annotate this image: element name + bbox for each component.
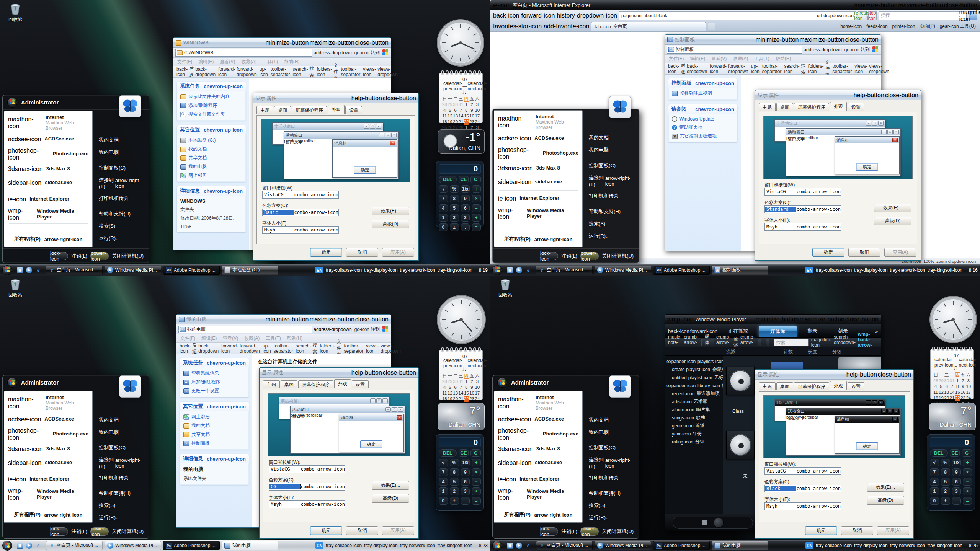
start-button[interactable] bbox=[492, 541, 502, 551]
start-menu-item[interactable]: ie-iconInternet Explorer bbox=[4, 192, 92, 206]
logoff-lock-button[interactable]: lock-icon bbox=[540, 527, 558, 536]
start-menu-item[interactable]: 3dsmax-icon3ds Max 8 bbox=[494, 161, 582, 175]
weather-gadget[interactable]: 7°Dalian, CHN bbox=[438, 403, 485, 430]
start-menu-item[interactable]: 3dsmax-icon3ds Max 8 bbox=[4, 442, 92, 456]
font-size-combo[interactable]: Msyhcombo-arrow-icon bbox=[262, 226, 339, 234]
search-button[interactable]: search-icon搜索 bbox=[293, 65, 314, 78]
color-scheme-combo[interactable]: Basiccombo-arrow-icon bbox=[262, 209, 339, 216]
weather-gadget[interactable]: -1°Dalian, CHN bbox=[438, 129, 485, 154]
menu-item[interactable]: 编辑(E) bbox=[201, 335, 217, 342]
calc-key[interactable]: 2 bbox=[941, 487, 950, 495]
calc-key[interactable]: DEL bbox=[439, 449, 457, 457]
start-menu-right-item[interactable]: 控制面板(C) bbox=[587, 442, 633, 454]
start-menu-right-item[interactable]: 搜索(S) bbox=[97, 499, 143, 512]
section-header[interactable]: 详细信息chevron-up-icon bbox=[180, 454, 249, 463]
start-menu-item[interactable]: photoshop-iconPhotoshop.exe bbox=[4, 426, 92, 442]
adrop[interactable]: address-dropdown bbox=[804, 47, 841, 52]
start-menu-right-item[interactable]: 运行(R)... bbox=[97, 232, 143, 245]
calendar-gadget[interactable]: calendar-prev-icon07 二月calendar-next-ico… bbox=[439, 350, 483, 400]
tab-4[interactable]: 设置 bbox=[848, 382, 864, 390]
start-menu-right-item[interactable]: 搜索(S) bbox=[587, 218, 633, 230]
start-menu-item[interactable]: sidebar-iconsidebar.exe bbox=[494, 175, 582, 189]
calc-key[interactable]: % bbox=[450, 459, 459, 466]
start-menu-right-item[interactable]: 打印机和传真 bbox=[97, 472, 143, 484]
tree-item[interactable]: recent-icon最近添加项 bbox=[666, 390, 721, 397]
menu-item[interactable]: 帮助(H) bbox=[287, 335, 303, 342]
start-menu-right-item[interactable]: 控制面板(C) bbox=[97, 442, 143, 454]
wbtn help[interactable]: help-button bbox=[846, 371, 877, 378]
menu-item[interactable]: 文件(F) bbox=[669, 55, 684, 62]
start-menu-item[interactable]: wmp-iconWindows Media Player bbox=[494, 205, 582, 222]
calc-key[interactable]: . bbox=[952, 497, 961, 505]
taskbar-task[interactable]: e空白页 - Microsoft ... bbox=[536, 541, 593, 550]
start-menu-item[interactable]: maxthon-iconInternetMaxthon Web Browser bbox=[4, 114, 92, 132]
recycle-bin-icon[interactable]: 回收站 bbox=[495, 279, 516, 298]
start-menu-item[interactable]: sidebar-iconsidebar.exe bbox=[4, 456, 92, 470]
up-button[interactable]: up-icon bbox=[263, 343, 271, 354]
font-size-combo[interactable]: Msyhcombo-arrow-icon bbox=[269, 500, 345, 508]
apply-button[interactable]: 应用(A) bbox=[884, 248, 916, 257]
tab-0[interactable]: 主题 bbox=[759, 382, 776, 390]
cancel-button[interactable]: 取消 bbox=[841, 526, 873, 535]
calc-key[interactable]: 6 bbox=[461, 478, 470, 486]
wbtn[interactable]: minimize-button bbox=[266, 39, 309, 46]
recycle-bin-icon[interactable]: 回收站 bbox=[5, 279, 26, 298]
menu-item[interactable]: 工具(T) bbox=[754, 55, 769, 62]
taskbar-task[interactable]: PsAdobe Photoshop ... bbox=[653, 541, 710, 550]
up-button[interactable]: up-icon bbox=[260, 67, 268, 77]
wbtn help[interactable]: help-button bbox=[351, 369, 382, 376]
start-menu-right-item[interactable]: 控制面板(C) bbox=[587, 160, 633, 172]
menu-item[interactable]: 帮助(H) bbox=[284, 59, 300, 65]
quick-launch-item[interactable]: e bbox=[525, 267, 532, 274]
calc-key[interactable]: ÷ bbox=[472, 459, 481, 466]
menu-item[interactable]: 查看(V) bbox=[220, 59, 235, 65]
task-link[interactable]: 本地磁盘 (C:) bbox=[180, 137, 242, 143]
calculator-gadget[interactable]: 0DELCEC√%1/x÷789×456−123+0±.= bbox=[436, 434, 484, 511]
wbtn[interactable]: maximize-button bbox=[799, 36, 844, 43]
effects-button[interactable]: 效果(E)... bbox=[372, 481, 409, 490]
calc-key[interactable]: − bbox=[472, 478, 481, 486]
wbtn dk[interactable]: close-button bbox=[845, 316, 879, 323]
color-scheme-combo[interactable]: Blackcombo-arrow-icon bbox=[764, 485, 841, 492]
start-menu-item[interactable]: wmp-iconWindows Media Player bbox=[4, 486, 92, 502]
view-options-button[interactable] bbox=[766, 339, 769, 346]
tree-item[interactable]: create-playlist-icon创建播放列表 bbox=[666, 366, 721, 373]
calc-key[interactable]: = bbox=[472, 497, 481, 505]
quick-launch-item[interactable]: ▶ bbox=[516, 267, 523, 274]
taskbar-task[interactable]: PsAdobe Photoshop ... bbox=[653, 266, 710, 275]
calc-key[interactable]: DEL bbox=[439, 176, 457, 183]
taskbar-task-active[interactable]: 我的电脑 bbox=[222, 541, 278, 550]
calc-key[interactable]: 9 bbox=[461, 195, 470, 202]
start-menu-right-item[interactable]: 运行(R)... bbox=[97, 512, 143, 524]
start-menu-item[interactable]: maxthon-iconInternetMaxthon Web Browser bbox=[4, 394, 92, 412]
breadcrumb-library[interactable]: 媒体库 bbox=[701, 339, 714, 346]
wbtn[interactable]: close-button bbox=[355, 316, 389, 323]
task-link[interactable]: ?帮助和支持 bbox=[672, 124, 734, 130]
start-menu-item[interactable]: maxthon-iconInternetMaxthon Web Browser bbox=[494, 113, 582, 132]
font-size-combo[interactable]: Msyhcombo-arrow-icon bbox=[764, 223, 841, 231]
wbtn dk[interactable]: maximize-button bbox=[799, 316, 844, 323]
taskbar-task[interactable]: e空白页 - Microsoft ... bbox=[46, 541, 103, 550]
quick-launch-item[interactable]: e bbox=[525, 542, 532, 549]
tab-1[interactable]: 桌面 bbox=[776, 103, 793, 111]
feeds-button[interactable]: feeds-icon bbox=[866, 24, 889, 29]
all-programs-button[interactable]: 所有程序(P)arrow-right-icon bbox=[4, 232, 92, 245]
cancel-button[interactable]: 取消 bbox=[346, 526, 378, 535]
tree-item[interactable]: untitled-playlist-icon无标题播放列表 bbox=[666, 374, 721, 381]
advanced-button[interactable]: 高级(D) bbox=[372, 494, 409, 503]
wbtn closeR[interactable]: close-button bbox=[878, 371, 911, 378]
calc-key[interactable]: 1/x bbox=[952, 459, 961, 466]
effects-button[interactable]: 效果(E)... bbox=[874, 204, 911, 212]
start-menu-item[interactable]: sidebar-iconsidebar.exe bbox=[494, 456, 582, 470]
section-header[interactable]: 其它位置chevron-up-icon bbox=[177, 125, 246, 134]
advanced-button[interactable]: 高级(D) bbox=[874, 217, 911, 225]
browser-tab-active[interactable]: tab-icon空白页 bbox=[591, 22, 706, 31]
adrop[interactable]: address-dropdown bbox=[314, 50, 351, 55]
start-button[interactable] bbox=[2, 541, 12, 551]
tab-appearance-active[interactable]: 外观 bbox=[830, 102, 847, 111]
start-menu-item[interactable]: wmp-iconWindows Media Player bbox=[4, 206, 92, 222]
taskbar-task[interactable]: ▶Windows Media Pl... bbox=[105, 541, 161, 550]
calc-key[interactable]: 2 bbox=[450, 487, 459, 495]
advanced-button[interactable]: 高级(D) bbox=[372, 220, 409, 228]
column-header[interactable]: 长度 bbox=[808, 349, 817, 355]
